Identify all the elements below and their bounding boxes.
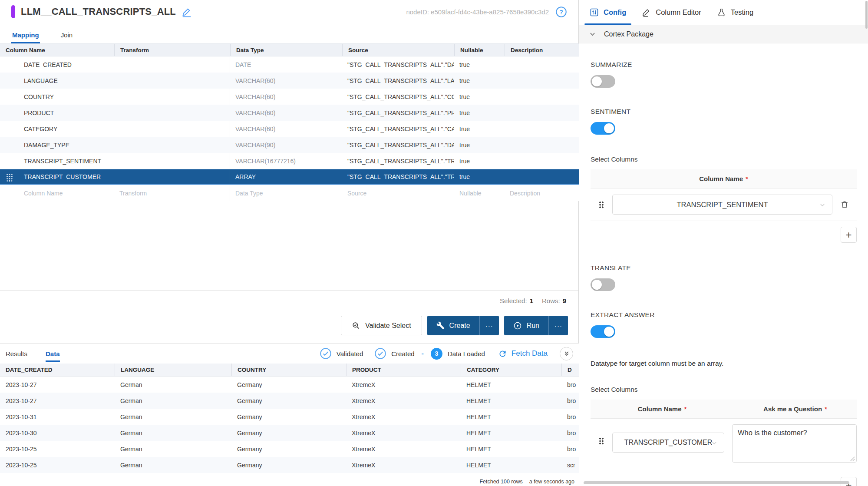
required-asterisk: * xyxy=(825,405,827,413)
data-cell: bro xyxy=(561,409,579,425)
extract-answer-toggle[interactable] xyxy=(591,325,615,338)
svg-text:?: ? xyxy=(559,8,563,15)
trash-icon xyxy=(840,200,849,209)
col-header-column-name: Column Name xyxy=(0,44,114,56)
wrench-icon xyxy=(436,321,445,330)
summarize-toggle[interactable] xyxy=(591,75,615,88)
create-more-button[interactable]: ··· xyxy=(479,316,499,335)
data-row: 2023-10-27GermanGermanyXtremeXHELMETbro xyxy=(0,393,579,409)
mapping-row-language[interactable]: LANGUAGEVARCHAR(60)"STG_CALL_TRANSCRIPTS… xyxy=(0,73,579,89)
mapping-row-category[interactable]: CATEGORYVARCHAR(60)"STG_CALL_TRANSCRIPTS… xyxy=(0,121,579,137)
collapse-panel-button[interactable] xyxy=(560,347,573,360)
sliders-icon xyxy=(590,8,599,17)
status-dash: - xyxy=(422,350,424,357)
tab-column-editor[interactable]: Column Editor xyxy=(634,0,709,25)
question-textarea[interactable]: Who is the customer? xyxy=(732,424,857,463)
source-cell: "STG_CALL_TRANSCRIPTS_ALL"."DATE_CR xyxy=(342,56,454,73)
tab-config[interactable]: Config xyxy=(582,0,634,25)
mapping-row-date_created[interactable]: DATE_CREATEDDATE"STG_CALL_TRANSCRIPTS_AL… xyxy=(0,56,579,73)
add-column-button[interactable]: + xyxy=(841,227,857,243)
transform-cell[interactable] xyxy=(114,89,230,105)
run-button-group: Run ··· xyxy=(504,316,568,335)
column-name-cell: CATEGORY xyxy=(0,121,114,137)
data-cell: HELMET xyxy=(461,457,561,473)
sentiment-toggle[interactable] xyxy=(591,122,615,135)
description-cell xyxy=(505,73,579,89)
mapping-join-tabs: Mapping Join xyxy=(0,23,578,43)
validate-select-button[interactable]: Validate Select xyxy=(341,316,422,335)
mapping-row-product[interactable]: PRODUCTVARCHAR(60)"STG_CALL_TRANSCRIPTS_… xyxy=(0,105,579,121)
cortex-package-section[interactable]: Cortex Package xyxy=(579,25,868,43)
data-type-cell: VARCHAR(60) xyxy=(230,121,342,137)
mapping-row-damage_type[interactable]: DAMAGE_TYPEVARCHAR(90)"STG_CALL_TRANSCRI… xyxy=(0,137,579,153)
col-header-source: Source xyxy=(342,44,454,56)
play-circle-icon xyxy=(513,321,522,330)
tab-join[interactable]: Join xyxy=(60,31,74,43)
extract-column-select[interactable]: TRANSCRIPT_CUSTOMER xyxy=(612,433,724,453)
tab-testing[interactable]: Testing xyxy=(709,0,761,25)
node-editor-panel: LLM__CALL_TRANSCRIPTS_ALL nodeID: e509fa… xyxy=(0,0,579,486)
create-button[interactable]: Create xyxy=(427,316,479,335)
description-cell xyxy=(505,137,579,153)
sentiment-add-row: + xyxy=(591,221,857,248)
validate-icon xyxy=(352,321,360,330)
nullable-cell: true xyxy=(454,89,505,105)
mapping-table: Column Name Transform Data Type Source N… xyxy=(0,43,579,201)
translate-toggle[interactable] xyxy=(591,278,615,291)
nullable-cell: true xyxy=(454,105,505,121)
transform-cell[interactable] xyxy=(114,121,230,137)
transform-cell[interactable] xyxy=(114,56,230,73)
mapping-row-country[interactable]: COUNTRYVARCHAR(60)"STG_CALL_TRANSCRIPTS_… xyxy=(0,89,579,105)
drag-handle-icon[interactable] xyxy=(6,173,13,182)
tab-mapping[interactable]: Mapping xyxy=(11,31,40,43)
data-cell: XtremeX xyxy=(346,457,461,473)
nullable-cell: true xyxy=(454,153,505,169)
data-cell: HELMET xyxy=(461,377,561,393)
source-cell: "STG_CALL_TRANSCRIPTS_ALL"."COUNTRY xyxy=(342,89,454,105)
mapping-row-transcript_sentiment[interactable]: TRANSCRIPT_SENTIMENTVARCHAR(16777216)"ST… xyxy=(0,153,579,169)
sentiment-column-name-header: Column Name * xyxy=(591,169,857,188)
drag-handle-icon[interactable] xyxy=(591,201,612,208)
drag-handle-icon[interactable] xyxy=(591,437,612,445)
transform-cell[interactable] xyxy=(114,153,230,169)
transform-cell[interactable] xyxy=(114,105,230,121)
vertical-scrollbar[interactable] xyxy=(865,1,868,29)
fetch-data-button[interactable]: Fetch Data xyxy=(498,349,548,358)
data-cell: XtremeX xyxy=(346,441,461,457)
tab-data[interactable]: Data xyxy=(46,344,60,364)
data-cell: Germany xyxy=(231,441,346,457)
tab-results[interactable]: Results xyxy=(6,344,27,364)
fetched-rows: Fetched 100 rows xyxy=(479,479,522,485)
run-button[interactable]: Run xyxy=(504,316,548,335)
mapping-row-transcript_customer[interactable]: TRANSCRIPT_CUSTOMERARRAY"STG_CALL_TRANSC… xyxy=(0,169,579,185)
transform-cell[interactable] xyxy=(114,169,230,184)
extract-column-name-header: Column Name * xyxy=(591,405,734,413)
description-cell xyxy=(505,121,579,137)
data-cell: 2023-10-31 xyxy=(0,409,115,425)
data-cell: HELMET xyxy=(461,441,561,457)
transform-cell[interactable] xyxy=(114,137,230,153)
column-name-cell: LANGUAGE xyxy=(0,73,114,89)
fetch-summary: Fetched 100 rows a few seconds ago xyxy=(478,478,576,486)
help-icon[interactable]: ? xyxy=(555,6,567,18)
data-cell: German xyxy=(115,425,231,441)
mapping-row-placeholder[interactable]: Column Name Transform Data Type Source N… xyxy=(0,185,579,201)
chevron-down-icon xyxy=(589,30,596,38)
pencil-icon xyxy=(642,8,651,17)
transform-cell[interactable] xyxy=(114,73,230,89)
sentiment-column-select[interactable]: TRANSCRIPT_SENTIMENT xyxy=(612,195,832,215)
node-header: LLM__CALL_TRANSCRIPTS_ALL nodeID: e509fa… xyxy=(0,0,578,23)
data-cell: German xyxy=(115,441,231,457)
data-row: 2023-10-25GermanGermanyXtremeXHELMETscr xyxy=(0,457,579,473)
delete-row-button[interactable] xyxy=(832,200,857,209)
edit-title-icon[interactable] xyxy=(182,7,192,17)
data-cell: 2023-10-25 xyxy=(0,457,115,473)
pipeline-status: Validated Created - 3 Data Loaded Fetch … xyxy=(320,347,573,360)
column-name-cell: PRODUCT xyxy=(0,105,114,121)
sentiment-label: SENTIMENT xyxy=(591,108,857,116)
selected-count: 1 xyxy=(530,297,533,304)
run-more-button[interactable]: ··· xyxy=(548,316,568,335)
horizontal-scrollbar[interactable] xyxy=(584,481,849,484)
column-name-cell: COUNTRY xyxy=(0,89,114,105)
node-type-badge xyxy=(11,5,15,18)
